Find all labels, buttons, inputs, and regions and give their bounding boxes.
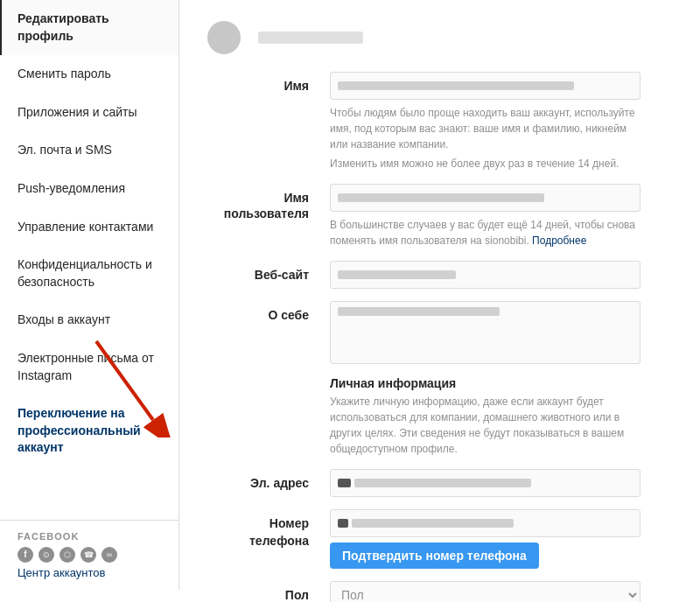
facebook-label: FACEBOOK — [18, 531, 164, 542]
about-field-wrap — [330, 301, 665, 364]
email-label: Эл. адрес — [207, 469, 330, 493]
phone-label: Номер телефона — [207, 509, 330, 550]
gender-label: Пол — [207, 581, 330, 602]
chain-icon: ∞ — [102, 547, 117, 563]
website-input-blurred — [330, 261, 640, 289]
sidebar-item-apps-sites[interactable]: Приложения и сайты — [0, 94, 178, 132]
name-hint2: Изменить имя можно не более двух раз в т… — [330, 156, 640, 172]
about-textarea-blurred — [330, 301, 640, 364]
about-label: О себе — [207, 301, 330, 325]
email-input-blurred — [330, 469, 640, 497]
instagram-icon: ⊙ — [38, 547, 54, 563]
facebook-f-icon: f — [18, 547, 33, 563]
sidebar-item-email-instagram[interactable]: Электронные письма от Instagram — [0, 340, 178, 395]
username-field-wrap: В большинстве случаев у вас будет ещё 14… — [330, 184, 665, 248]
name-row: Имя Чтобы людям было проще находить ваш … — [207, 72, 665, 172]
accounts-center-link[interactable]: Центр аккаунтов — [18, 566, 164, 579]
name-field-wrap: Чтобы людям было проще находить ваш акка… — [330, 72, 665, 172]
personal-info-title: Личная информация — [330, 376, 665, 390]
personal-info-section: Личная информация Укажите личную информа… — [207, 376, 665, 457]
avatar — [207, 21, 241, 54]
sidebar-item-logins[interactable]: Входы в аккаунт — [0, 301, 178, 340]
sidebar-item-privacy[interactable]: Конфиденциальность и безопасность — [0, 246, 178, 301]
website-label: Веб-сайт — [207, 261, 330, 284]
website-field-wrap — [330, 261, 665, 289]
gender-field-wrap: Пол Мужской Женский Другой Предпочитаю н… — [330, 581, 665, 602]
about-row: О себе — [207, 301, 665, 364]
phone-row: Номер телефона Подтвердить номер телефон… — [207, 509, 665, 569]
sidebar-item-push[interactable]: Push-уведомления — [0, 170, 178, 208]
email-row: Эл. адрес — [207, 469, 665, 497]
sidebar-item-switch-professional[interactable]: Переключение на профессиональный аккаунт — [0, 395, 178, 467]
personal-info-spacer — [207, 376, 330, 382]
username-hint: В большинстве случаев у вас будет ещё 14… — [330, 217, 640, 248]
confirm-phone-button[interactable]: Подтвердить номер телефона — [330, 542, 539, 569]
name-input-blurred — [330, 72, 640, 100]
email-field-wrap — [330, 469, 665, 497]
name-label: Имя — [207, 72, 330, 95]
phone-field-wrap: Подтвердить номер телефона — [330, 509, 665, 569]
username-label: Имя пользователя — [207, 184, 330, 221]
personal-info-wrap: Личная информация Укажите личную информа… — [330, 376, 665, 457]
facebook-icons: f ⊙ ⬡ ☎ ∞ — [18, 547, 164, 563]
username-display — [258, 32, 363, 44]
username-link[interactable]: Подробнее — [532, 234, 586, 247]
sidebar-item-contacts[interactable]: Управление контактами — [0, 208, 178, 247]
messenger-icon: ⬡ — [60, 547, 75, 563]
gender-select[interactable]: Пол Мужской Женский Другой Предпочитаю н… — [330, 581, 640, 602]
profile-header — [207, 21, 665, 54]
personal-info-desc: Укажите личную информацию, даже если акк… — [330, 394, 640, 457]
username-input-blurred — [330, 184, 640, 212]
sidebar-item-change-password[interactable]: Сменить пароль — [0, 55, 178, 94]
sidebar-item-edit-profile[interactable]: Редактировать профиль — [0, 0, 178, 55]
phone-input-blurred — [330, 509, 640, 537]
whatsapp-icon: ☎ — [80, 547, 96, 563]
sidebar-item-email-sms[interactable]: Эл. почта и SMS — [0, 131, 178, 170]
name-hint: Чтобы людям было проще находить ваш акка… — [330, 105, 640, 152]
website-row: Веб-сайт — [207, 261, 665, 289]
gender-row: Пол Пол Мужской Женский Другой Предпочит… — [207, 581, 665, 602]
username-row: Имя пользователя В большинстве случаев у… — [207, 184, 665, 248]
